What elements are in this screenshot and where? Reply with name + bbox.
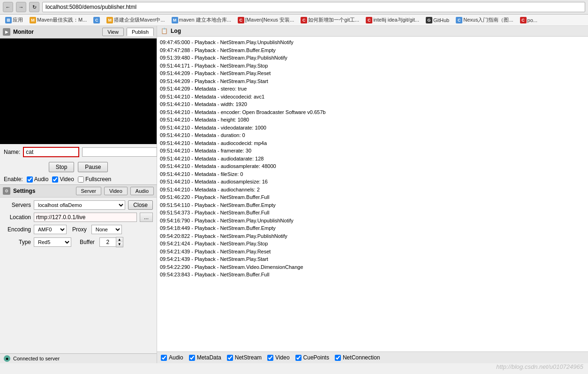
intellij-icon: C (366, 17, 372, 23)
log-entry: 09:51:44:210 - Metadata - fileSize: 0 (160, 170, 585, 178)
log-icon: 📋 (161, 28, 168, 34)
log-entry: 09:54:21:439 - Playback - NetStream.Play… (160, 255, 585, 263)
stop-button[interactable]: Stop (49, 162, 75, 172)
bookmark-maven2[interactable]: M 搭建企业级Maven中... (104, 16, 167, 24)
bookmark-po[interactable]: C po... (518, 16, 540, 24)
settings-title: Settings (13, 188, 73, 194)
close-button[interactable]: Close (128, 200, 153, 210)
encoding-select[interactable]: AMF0 (34, 225, 67, 234)
monitor-icon: ▶ (3, 28, 10, 36)
video-filter-checkbox[interactable] (267, 355, 273, 361)
back-button[interactable]: ← (3, 2, 13, 12)
metadata-filter-checkbox[interactable] (189, 355, 195, 361)
audio-filter-text: Audio (169, 354, 183, 361)
bookmark-maven3[interactable]: M maven 建立本地合库... (169, 16, 234, 24)
log-entry: 09:54:21:439 - Playback - NetStream.Play… (160, 248, 585, 256)
netstream-filter-checkbox[interactable] (227, 355, 233, 361)
audio-filter-label[interactable]: Audio (161, 354, 183, 361)
video-tab[interactable]: Video (104, 187, 128, 195)
pause-button[interactable]: Pause (78, 162, 108, 172)
bookmark-intellij-label: intellij idea与git/git... (373, 16, 419, 23)
log-entry: 09:51:44:209 - Metadata - stereo: true (160, 85, 585, 93)
netstream-filter-label[interactable]: NetStream (227, 354, 262, 361)
buffer-input[interactable] (99, 237, 116, 247)
netconnection-filter-label[interactable]: NetConnection (335, 354, 380, 361)
bookmark-apps[interactable]: ⊞ 应用 (3, 16, 25, 24)
fullscreen-label: Fullscreen (85, 176, 111, 183)
bookmark-nexus2-label: Nexus入门指南（图... (463, 16, 513, 23)
log-entry: 09:51:44:210 - Metadata - audiocodecid: … (160, 139, 585, 147)
settings-section: ⚙ Settings Server Video Audio Servers lo… (0, 184, 157, 353)
log-entry: 09:47:45:000 - Playback - NetStream.Play… (160, 38, 585, 46)
location-browse-button[interactable]: ... (140, 213, 153, 222)
enable-label: Enable: (4, 176, 23, 183)
log-entry: 09:54:23:843 - Playback - NetStream.Buff… (160, 271, 585, 279)
bookmark-intellij[interactable]: C intellij idea与git/git... (363, 16, 422, 24)
bookmark-nexus1[interactable]: C [Maven]Nexus 安装... (235, 16, 297, 24)
proxy-select[interactable]: None (91, 225, 122, 234)
bookmark-nexus2[interactable]: C Nexus入门指南（图... (453, 16, 515, 24)
audio-tab[interactable]: Audio (130, 187, 154, 195)
buffer-label: Buffer (80, 239, 95, 245)
buffer-up-button[interactable]: ▲ (116, 237, 123, 242)
metadata-filter-text: MetaData (197, 354, 221, 361)
bookmark-maven1[interactable]: M Maven最佳实践：M... (27, 16, 89, 24)
netconnection-filter-checkbox[interactable] (335, 355, 341, 361)
encoding-row: Encoding AMF0 Proxy None (4, 225, 153, 234)
log-entry: 09:51:44:210 - Metadata - height: 1080 (160, 116, 585, 124)
bookmark-nexus1-label: [Maven]Nexus 安装... (245, 16, 294, 23)
log-entry: 09:54:20:822 - Playback - NetStream.Play… (160, 232, 585, 240)
log-entry: 09:51:44:209 - Playback - NetStream.Play… (160, 77, 585, 85)
view-tab[interactable]: View (102, 28, 124, 36)
bookmark-git1[interactable]: C 如何新增加一个git工... (298, 16, 362, 24)
bookmark-chrome1[interactable]: C (91, 16, 102, 24)
location-input[interactable] (34, 213, 137, 222)
audio-checkbox-label[interactable]: Audio (27, 176, 49, 183)
publish-tab[interactable]: Publish (127, 28, 154, 36)
location-row: Location ... (4, 213, 153, 222)
enable-row: Enable: Audio Video Fullscreen (0, 174, 157, 184)
right-panel: 📋 Log 09:47:45:000 - Playback - NetStrea… (157, 26, 588, 363)
server-tab[interactable]: Server (76, 187, 101, 195)
forward-button[interactable]: → (16, 2, 26, 12)
fullscreen-checkbox-label[interactable]: Fullscreen (78, 176, 111, 183)
name-input[interactable] (23, 147, 79, 157)
name-row: Name: (0, 144, 157, 160)
audio-checkbox[interactable] (27, 176, 33, 183)
video-checkbox-label[interactable]: Video (52, 176, 74, 183)
video-checkbox[interactable] (52, 176, 58, 183)
log-entry: 09:51:44:210 - Metadata - videocodecid: … (160, 93, 585, 101)
refresh-button[interactable]: ↻ (29, 2, 39, 12)
browser-toolbar: ← → ↻ (0, 0, 588, 15)
audio-filter-checkbox[interactable] (161, 355, 167, 361)
bookmark-github[interactable]: G GitHub (423, 16, 452, 24)
audio-label: Audio (34, 176, 49, 183)
log-entry: 09:51:44:210 - Metadata - audiosamplerat… (160, 162, 585, 170)
po-icon: C (520, 17, 527, 23)
name-label: Name: (4, 149, 20, 155)
servers-select[interactable]: localhost oflaDemo (34, 200, 125, 210)
maven3-icon: M (172, 17, 178, 23)
control-buttons: Stop Pause (0, 160, 157, 174)
log-entry: 09:51:44:171 - Playback - NetStream.Play… (160, 62, 585, 70)
buffer-down-button[interactable]: ▼ (116, 242, 123, 247)
main-content: ▶ Monitor View Publish Name: Stop Pause … (0, 26, 588, 363)
log-entry: 09:51:46:220 - Playback - NetStream.Buff… (160, 193, 585, 201)
fullscreen-checkbox[interactable] (78, 176, 84, 183)
left-panel: ▶ Monitor View Publish Name: Stop Pause … (0, 26, 157, 363)
bookmark-po-label: po... (528, 17, 537, 23)
cuepoints-filter-label[interactable]: CuePoints (295, 354, 329, 361)
type-select[interactable]: Red5 (34, 237, 71, 247)
log-content[interactable]: 09:47:45:000 - Playback - NetStream.Play… (157, 37, 588, 351)
url-bar[interactable] (42, 2, 585, 12)
name-input2[interactable] (82, 147, 157, 157)
settings-icon: ⚙ (3, 187, 10, 195)
nexus1-icon: C (238, 17, 244, 23)
bookmark-maven1-label: Maven最佳实践：M... (37, 16, 87, 23)
cuepoints-filter-checkbox[interactable] (295, 355, 302, 361)
log-entry: 09:51:44:210 - Metadata - duration: 0 (160, 131, 585, 139)
metadata-filter-label[interactable]: MetaData (189, 354, 221, 361)
log-entry: 09:51:44:210 - Metadata - framerate: 30 (160, 147, 585, 155)
cuepoints-filter-text: CuePoints (303, 354, 329, 361)
video-filter-label[interactable]: Video (267, 354, 289, 361)
